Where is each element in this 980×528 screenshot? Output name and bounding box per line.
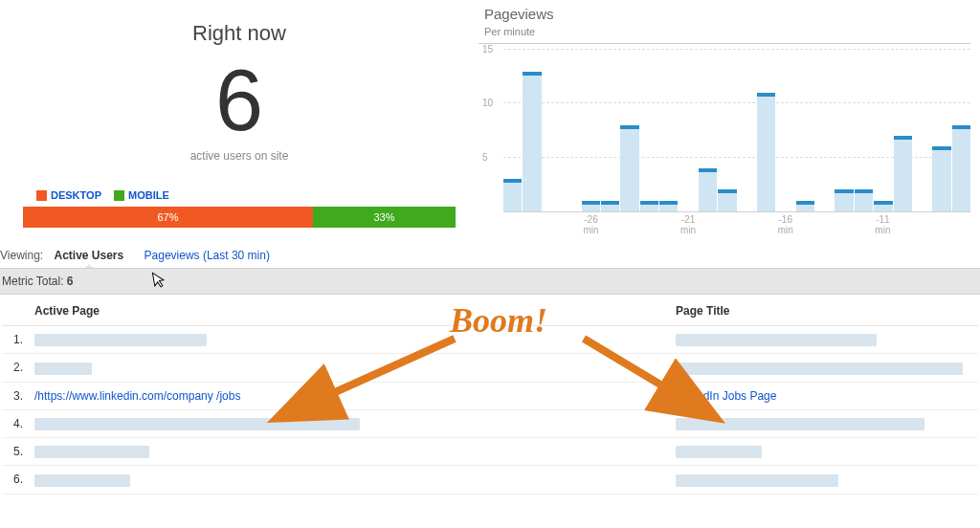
chart-bar [503,179,522,211]
device-bar-mobile-pct: 33% [373,211,394,223]
chart-x-tick: -16 min [776,214,795,235]
chart-bar [699,168,717,211]
row-index: 6. [2,466,27,494]
redacted-block [34,334,207,346]
pageviews-subtitle: Per minute [479,22,970,44]
device-breakdown-bar: 67% 33% [23,207,456,228]
cell-page-title[interactable] [668,326,978,354]
active-user-count: 6 [19,57,459,143]
chart-y-tick: 10 [482,98,493,108]
chart-bar [894,136,912,211]
chart-bar [952,125,970,211]
chart-bar [796,201,814,211]
redacted-block [34,418,360,430]
redacted-block [676,334,877,346]
square-icon [114,190,124,201]
viewing-label: Viewing: [0,249,43,262]
chart-bar [659,201,678,211]
row-index: 5. [2,437,27,465]
chart-x-tick: -11 min [873,214,892,235]
square-icon [36,190,47,201]
realtime-overview-panel: Right now 6 active users on site DESKTOP… [0,0,479,239]
cell-active-page[interactable]: /https://www.linkedin.com/company /jobs [27,382,668,409]
chart-bar [601,201,619,211]
chart-bar [582,201,600,211]
chart-x-tick: -21 min [679,214,698,235]
chart-bar [835,189,853,211]
tab-pageviews-30min[interactable]: Pageviews (Last 30 min) [145,249,270,262]
table-row[interactable]: 6. [2,466,978,494]
legend-desktop-label: DESKTOP [51,189,101,201]
device-bar-desktop: 67% [23,207,313,228]
chart-y-tick: 15 [482,44,493,55]
tab-active-users[interactable]: Active Users [54,249,123,262]
device-legend: DESKTOP MOBILE [19,189,459,203]
metric-total-bar: Metric Total: 6 [0,268,980,295]
chart-bar [757,93,775,211]
row-index: 3. [2,382,27,409]
table-row[interactable]: 1. [2,326,978,354]
device-bar-desktop-pct: 67% [157,211,178,223]
redacted-block [34,446,149,458]
chart-bar [620,125,638,211]
redacted-block [34,363,92,375]
cell-page-title[interactable] [668,466,978,494]
cell-page-title[interactable] [668,437,978,465]
legend-desktop: DESKTOP [36,189,101,201]
pageviews-title: Pageviews [484,6,970,22]
cell-active-page[interactable] [27,409,668,437]
active-pages-table: Active Page Page Title 1.2.3./https://ww… [2,295,978,495]
pageviews-panel: Pageviews Per minute 51015 -26 min-21 mi… [479,0,980,239]
cell-page-title[interactable]: LinkedIn Jobs Page [668,382,978,409]
pageviews-chart: 51015 -26 min-21 min-16 min-11 min [479,50,970,230]
chart-bar [523,72,541,211]
row-index: 4. [2,409,27,437]
legend-mobile: MOBILE [114,189,169,201]
redacted-block [676,446,762,458]
active-user-subtitle: active users on site [19,149,459,163]
metric-total-value: 6 [67,275,74,288]
legend-mobile-label: MOBILE [128,189,169,201]
device-bar-mobile: 33% [313,207,456,228]
view-tabs: Viewing: Active Users Pageviews (Last 30… [0,239,980,268]
row-index: 2. [2,354,27,382]
cell-active-page[interactable] [27,326,668,354]
cell-page-title[interactable] [668,409,978,437]
chart-bar [855,189,873,211]
chart-bar [718,189,736,211]
cell-active-page[interactable] [27,354,668,382]
cell-page-title[interactable] [668,354,978,382]
chart-bar [640,201,658,211]
cell-active-page[interactable] [27,437,668,465]
table-row[interactable]: 5. [2,437,978,465]
col-page-title[interactable]: Page Title [668,295,978,326]
row-index: 1. [2,326,27,354]
table-row[interactable]: 2. [2,354,978,382]
chart-bar [874,201,892,211]
chart-y-tick: 5 [482,152,488,163]
redacted-block [676,418,924,430]
cursor-icon [151,270,168,293]
table-row[interactable]: 4. [2,409,978,437]
redacted-block [34,474,130,487]
table-row[interactable]: 3./https://www.linkedin.com/company /job… [2,382,978,409]
redacted-block [676,474,838,487]
col-active-page[interactable]: Active Page [27,295,668,326]
overview-title: Right now [19,21,459,46]
table-header-row: Active Page Page Title [2,295,978,326]
chart-x-tick: -26 min [581,214,600,235]
active-pages-table-wrap: Active Page Page Title 1.2.3./https://ww… [0,295,980,495]
metric-total-label: Metric Total: [2,275,63,288]
cell-active-page[interactable] [27,466,668,494]
redacted-block [676,363,963,375]
chart-bar [932,146,950,211]
